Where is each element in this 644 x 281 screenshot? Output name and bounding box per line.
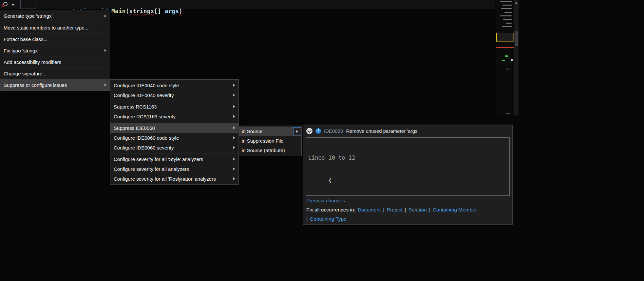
menu-separator: [111, 101, 238, 101]
menu-item-label: Suppress RCS1163: [114, 104, 231, 110]
minimap-line: [501, 8, 512, 9]
menu-item-label: Move static members to another type...: [4, 25, 106, 30]
range-divider-line: [358, 158, 508, 158]
scope-separator: |: [405, 207, 406, 213]
menu-item-label: Change signature...: [4, 71, 106, 76]
submenu-arrow-icon: [233, 146, 235, 149]
fix-all-label: Fix all occurrences in:: [306, 207, 355, 213]
preview-changes-link[interactable]: Preview changes: [306, 198, 345, 203]
error-type-token: stringx: [129, 8, 154, 14]
minimap-added-marker: [505, 55, 508, 57]
punctuation-token: (: [125, 8, 129, 14]
minimap-code-lines: [500, 1, 512, 27]
diff-context-line: {: [306, 177, 509, 184]
close-paren-token: ): [179, 8, 182, 14]
scrollbar-up-arrow-icon[interactable]: [515, 2, 518, 4]
editor-code-area[interactable]: static void Main(stringx[] args): [0, 0, 495, 9]
quick-actions-button[interactable]: [2, 1, 16, 9]
menu-item-generate-type[interactable]: Generate type 'stringx': [0, 10, 110, 22]
submenu-arrow-icon: [233, 127, 235, 129]
menu-item-configure-ide0040-severity[interactable]: Configure IDE0040 severity: [110, 90, 238, 100]
menu-item-label: in Suppression File: [242, 138, 301, 144]
menu-item-fix-typo[interactable]: Fix typo 'stringx': [0, 45, 110, 56]
minimap-line: [504, 12, 512, 13]
minimap-faint-mark: [506, 113, 510, 114]
submenu-arrow-icon: [233, 177, 235, 180]
minimap-faint-mark: [506, 69, 509, 70]
minimap-line: [500, 15, 512, 16]
menu-item-configure-ide0040-code-style[interactable]: Configure IDE0040 code style: [110, 80, 238, 90]
submenu-arrow-icon: [233, 136, 235, 139]
menu-item-label: Configure IDE0040 severity: [114, 92, 231, 98]
suppress-ide0060-submenu: in Source in Suppression File in Source …: [239, 126, 302, 156]
scope-separator: |: [306, 216, 308, 222]
submenu-arrow-icon: [104, 49, 106, 52]
fix-scope-project-link[interactable]: Project: [387, 207, 403, 213]
menu-item-configure-severity-roslynator-analyzers[interactable]: Configure severity for all 'Roslynator' …: [110, 174, 238, 184]
menu-item-suppress-rcs1163[interactable]: Suppress RCS1163: [110, 102, 238, 111]
menu-item-change-signature[interactable]: Change signature...: [0, 68, 110, 79]
vertical-scrollbar[interactable]: [514, 0, 519, 115]
chevron-down-icon: [12, 4, 14, 6]
menu-item-label: Suppress or configure issues: [4, 82, 102, 88]
line-range-label: Lines 10 to 12: [308, 154, 355, 162]
scope-separator: |: [383, 207, 385, 213]
menu-item-extract-base-class[interactable]: Extract base class...: [0, 33, 110, 45]
submenu-arrow-icon: [104, 15, 106, 17]
submenu-arrow-icon: [233, 115, 235, 118]
menu-item-configure-severity-all-analyzers[interactable]: Configure severity for all analyzers: [110, 164, 238, 174]
minimap-line: [503, 19, 512, 20]
submenu-arrow-icon: [296, 130, 298, 133]
quick-actions-menu: Generate type 'stringx' Move static memb…: [0, 10, 110, 91]
menu-item-add-accessibility-modifiers[interactable]: Add accessibility modifiers: [0, 56, 110, 68]
menu-item-move-static-members[interactable]: Move static members to another type...: [0, 22, 110, 33]
menu-item-label: Suppress IDE0060: [114, 125, 231, 131]
menu-item-configure-rcs1163-severity[interactable]: Configure RCS1163 severity: [110, 111, 238, 121]
menu-item-label: Add accessibility modifiers: [4, 59, 106, 65]
submenu-arrow-icon: [233, 168, 235, 170]
parameter-token: args: [165, 8, 179, 14]
preview-header: IDE0060 Remove unused parameter 'args': [303, 125, 512, 137]
menu-item-configure-ide0060-severity[interactable]: Configure IDE0060 severity: [110, 143, 238, 152]
menu-item-configure-severity-style-analyzers[interactable]: Configure severity for all 'Style' analy…: [110, 154, 238, 164]
diagnostic-message: Remove unused parameter 'args': [346, 128, 418, 134]
line-range-row: Lines 10 to 12: [306, 154, 509, 162]
glyph-margin[interactable]: [20, 0, 36, 9]
minimap-viewport-indicator[interactable]: [496, 33, 514, 42]
fix-scope-containing-type-link[interactable]: Containing Type: [310, 216, 347, 222]
info-icon[interactable]: [315, 128, 321, 134]
menu-item-in-suppression-file[interactable]: in Suppression File: [239, 136, 301, 146]
suppress-configure-submenu: Configure IDE0040 code style Configure I…: [110, 79, 239, 185]
scrollbar-thumb[interactable]: [515, 31, 518, 46]
minimap-added-marker: [502, 60, 505, 61]
menu-item-configure-ide0060-code-style[interactable]: Configure IDE0060 code style: [110, 133, 238, 143]
minimap[interactable]: [496, 0, 514, 115]
menu-item-label: in Source: [242, 129, 293, 134]
menu-item-in-source-attribute[interactable]: in Source (attribute): [239, 146, 301, 155]
minimap-caret-marker: [511, 59, 513, 61]
error-badge-icon: [2, 4, 5, 7]
submenu-arrow-icon: [104, 84, 106, 86]
menu-item-label: Configure severity for all analyzers: [114, 166, 231, 172]
menu-separator: [111, 153, 238, 153]
menu-item-in-source[interactable]: in Source: [239, 127, 301, 136]
menu-item-label: Configure IDE0040 code style: [114, 83, 231, 88]
method-token: Main: [111, 8, 125, 14]
diagnostic-id: IDE0060: [324, 128, 343, 134]
menu-item-label: Configure IDE0060 code style: [114, 135, 231, 141]
fix-preview-panel: IDE0060 Remove unused parameter 'args' L…: [303, 125, 513, 225]
submenu-arrow-icon: [233, 94, 235, 96]
fix-scope-containing-member-link[interactable]: Containing Member: [433, 207, 477, 213]
menu-item-label: Generate type 'stringx': [4, 13, 102, 19]
menu-item-label: Configure RCS1163 severity: [114, 114, 231, 119]
minimap-line: [502, 26, 512, 27]
menu-item-suppress-or-configure[interactable]: Suppress or configure issues: [0, 79, 110, 90]
submenu-arrow-button[interactable]: [293, 127, 301, 135]
fix-scope-document-link[interactable]: Document: [358, 207, 381, 213]
menu-item-suppress-ide0060[interactable]: Suppress IDE0060: [110, 123, 238, 133]
diff-preview-box: Lines 10 to 12 { +#pragma warning disabl…: [306, 137, 510, 196]
collapse-chevron-icon[interactable]: [306, 128, 313, 134]
fix-scope-solution-link[interactable]: Solution: [408, 207, 427, 213]
brackets-token: []: [154, 8, 161, 14]
space-token: [161, 8, 165, 14]
